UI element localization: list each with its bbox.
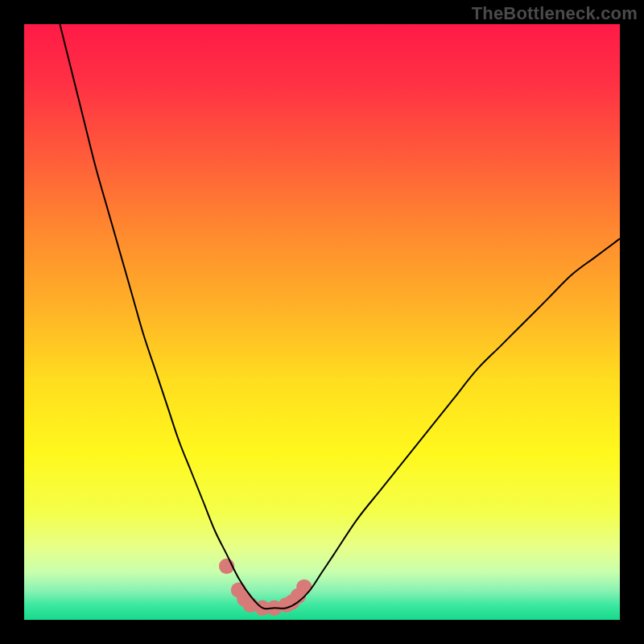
plot-area [24,24,620,620]
watermark-text: TheBottleneck.com [472,3,638,24]
gradient-background [24,24,620,620]
valley-marker [296,580,312,595]
outer-frame: TheBottleneck.com [0,0,644,644]
chart-svg [24,24,620,620]
